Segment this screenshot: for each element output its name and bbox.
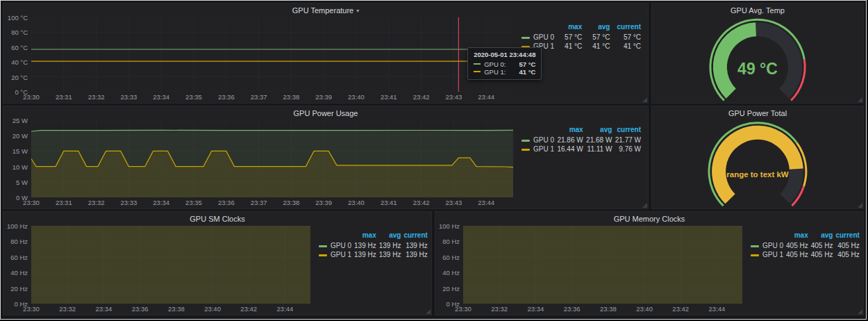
legend-header-avg[interactable]: avg bbox=[585, 126, 614, 135]
gpu-memory-clocks-chart[interactable]: 100 Hz80 Hz60 Hz40 Hz20 Hz0 Hz23:3023:32… bbox=[438, 226, 742, 313]
x-axis-label: 23:30 bbox=[23, 305, 40, 313]
y-axis-label: 20 W bbox=[12, 132, 28, 140]
panel-resize-handle[interactable] bbox=[426, 309, 431, 314]
x-axis-label: 23:41 bbox=[381, 199, 397, 206]
panel-gpu-memory-clocks: GPU Memory Clocks 100 Hz80 Hz60 Hz40 Hz2… bbox=[435, 211, 864, 315]
legend-series-gpu-0[interactable]: GPU 0 bbox=[520, 135, 556, 145]
legend-header-spacer bbox=[520, 126, 556, 135]
legend-value: 139 Hz bbox=[402, 241, 428, 250]
panel-resize-handle[interactable] bbox=[858, 203, 862, 208]
panel-title-gpu-power-usage[interactable]: GPU Power Usage bbox=[3, 106, 648, 120]
chart-canvas bbox=[31, 226, 310, 304]
legend-header-avg[interactable]: avg bbox=[583, 23, 611, 33]
gpu-power-usage-chart[interactable]: 25 W20 W15 W10 W5 W0 W23:3023:3123:3223:… bbox=[6, 120, 513, 207]
x-axis-label: 23:40 bbox=[204, 305, 221, 313]
y-axis-label: 20 Hz bbox=[442, 284, 460, 292]
y-axis-label: 10 W bbox=[12, 163, 28, 170]
legend-header-current[interactable]: current bbox=[611, 23, 642, 33]
legend-header-max[interactable]: max bbox=[556, 126, 585, 135]
x-axis-label: 23:35 bbox=[185, 199, 202, 206]
y-axis: 100 Hz80 Hz60 Hz40 Hz20 Hz0 Hz bbox=[438, 226, 463, 304]
tooltip-row: GPU 0:57 °C bbox=[474, 60, 535, 68]
y-axis-label: 40 Hz bbox=[442, 269, 460, 277]
x-axis-label: 23:33 bbox=[121, 93, 137, 101]
panel-resize-handle[interactable] bbox=[858, 97, 862, 102]
legend-series-gpu-1[interactable]: GPU 1 bbox=[520, 145, 556, 154]
gpu-temperature-chart[interactable]: 100 °C80 °C60 °C40 °C20 °C0 °C23:3023:31… bbox=[6, 17, 513, 101]
legend-value: 21.86 W bbox=[556, 135, 585, 145]
panel-resize-handle[interactable] bbox=[642, 97, 647, 102]
legend-header-current[interactable]: current bbox=[613, 126, 642, 135]
panel-title-gpu-power-total[interactable]: GPU Power Total bbox=[652, 106, 863, 120]
x-axis: 23:3023:3123:3223:3323:3423:3523:3623:37… bbox=[31, 92, 513, 101]
y-axis: 100 Hz80 Hz60 Hz40 Hz20 Hz0 Hz bbox=[6, 226, 31, 304]
x-axis-label: 23:38 bbox=[600, 305, 617, 313]
legend-value: 11.11 W bbox=[585, 145, 614, 154]
legend-header-max[interactable]: max bbox=[556, 23, 583, 33]
legend-series-gpu-0[interactable]: GPU 0 bbox=[520, 33, 556, 42]
legend-series-gpu-1[interactable]: GPU 1 bbox=[749, 250, 785, 259]
x-axis-label: 23:39 bbox=[315, 199, 332, 206]
legend-header-avg[interactable]: avg bbox=[810, 231, 835, 241]
chart-canvas bbox=[31, 17, 513, 92]
panel-title-gpu-temperature[interactable]: GPU Temperature ▾ bbox=[3, 3, 648, 17]
legend-header-current[interactable]: current bbox=[834, 231, 860, 241]
gpu-sm-clocks-chart[interactable]: 100 Hz80 Hz60 Hz40 Hz20 Hz0 Hz23:3023:32… bbox=[6, 226, 310, 313]
x-axis-label: 23:32 bbox=[59, 305, 76, 313]
panel-title-text: GPU SM Clocks bbox=[190, 215, 244, 223]
x-axis-label: 23:32 bbox=[88, 93, 105, 101]
panel-title-text: GPU Power Total bbox=[728, 109, 787, 117]
panel-menu-caret-icon[interactable]: ▾ bbox=[356, 8, 359, 14]
gauge-value: 49 °C bbox=[737, 60, 778, 78]
series-color-swatch-icon bbox=[521, 140, 530, 142]
legend-series-gpu-0[interactable]: GPU 0 bbox=[317, 241, 353, 250]
legend-series-gpu-1[interactable]: GPU 1 bbox=[317, 250, 353, 259]
legend-header-max[interactable]: max bbox=[785, 231, 810, 241]
legend-value: 405 Hz bbox=[834, 241, 860, 250]
dashboard-row-1: GPU Temperature ▾ 100 °C80 °C60 °C40 °C2… bbox=[3, 3, 864, 104]
legend-table: maxavgcurrentGPU 021.86 W21.68 W21.77 WG… bbox=[520, 126, 642, 154]
legend-row: GPU 0139 Hz139 Hz139 Hz bbox=[317, 241, 429, 250]
legend-row: GPU 1139 Hz139 Hz139 Hz bbox=[317, 250, 429, 259]
legend-series-gpu-0[interactable]: GPU 0 bbox=[749, 241, 785, 250]
x-axis-label: 23:31 bbox=[56, 93, 72, 101]
gauge-canvas: 49 °C bbox=[652, 17, 863, 103]
panel-title-gpu-sm-clocks[interactable]: GPU SM Clocks bbox=[3, 212, 431, 226]
panel-title-gpu-memory-clocks[interactable]: GPU Memory Clocks bbox=[435, 212, 863, 226]
y-axis-label: 100 Hz bbox=[439, 222, 460, 230]
legend-value: 139 Hz bbox=[353, 241, 378, 250]
legend-header-current[interactable]: current bbox=[402, 231, 428, 241]
y-axis-label: 40 Hz bbox=[10, 269, 28, 277]
panel-gpu-power-total: GPU Power Total range to text kW bbox=[651, 106, 864, 209]
legend-value: 139 Hz bbox=[378, 241, 403, 250]
plot-area[interactable] bbox=[31, 17, 513, 92]
x-axis-label: 23:30 bbox=[23, 199, 40, 206]
plot-area[interactable] bbox=[463, 226, 742, 304]
x-axis-label: 23:43 bbox=[445, 199, 462, 206]
series-color-swatch-icon bbox=[751, 254, 759, 256]
legend-header-spacer bbox=[317, 231, 353, 241]
series-color-swatch-icon bbox=[521, 37, 530, 39]
plot-area[interactable] bbox=[31, 226, 310, 304]
legend-value: 9.76 W bbox=[613, 145, 642, 154]
legend-header-avg[interactable]: avg bbox=[378, 231, 403, 241]
legend-value: 57 °C bbox=[556, 33, 583, 42]
plot-area[interactable] bbox=[31, 120, 513, 197]
panel-title-gpu-avg-temp[interactable]: GPU Avg. Temp bbox=[652, 3, 863, 17]
x-axis-label: 23:41 bbox=[381, 93, 397, 101]
x-axis-label: 23:40 bbox=[348, 93, 365, 101]
legend-header-max[interactable]: max bbox=[353, 231, 378, 241]
panel-resize-handle[interactable] bbox=[642, 203, 647, 208]
legend-row: GPU 116.44 W11.11 W9.76 W bbox=[520, 145, 642, 154]
tooltip-series-dash-icon bbox=[474, 63, 481, 65]
x-axis-label: 23:33 bbox=[121, 199, 137, 206]
x-axis-label: 23:36 bbox=[564, 305, 581, 313]
legend-value: 41 °C bbox=[556, 42, 583, 51]
chart-canvas bbox=[31, 120, 513, 197]
x-axis-label: 23:40 bbox=[636, 305, 653, 313]
x-axis-label: 23:36 bbox=[218, 93, 235, 101]
x-axis-label: 23:34 bbox=[96, 305, 112, 313]
x-axis-label: 23:32 bbox=[491, 305, 508, 313]
tooltip-series-name: GPU 0: bbox=[484, 60, 506, 68]
panel-resize-handle[interactable] bbox=[858, 309, 862, 314]
